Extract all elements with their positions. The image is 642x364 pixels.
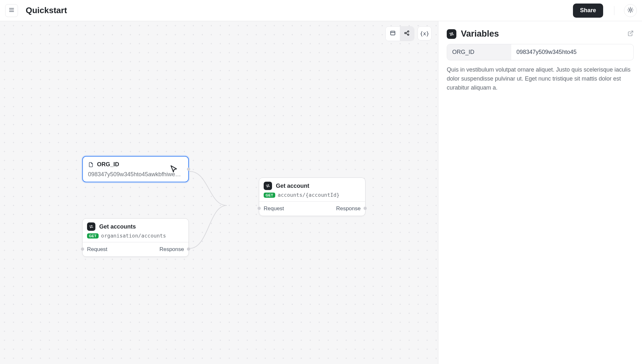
- side-panel-header: Variables: [447, 29, 634, 39]
- app-root: Quickstart Share: [0, 0, 642, 364]
- node-header: Get accounts GET organisation/accounts: [83, 219, 189, 242]
- app-body: {x} ORG_ID 098347y509w345hto45awkbfhiweh…: [0, 21, 642, 364]
- node-title-row: Get account: [264, 182, 361, 190]
- share-nodes-icon: [404, 30, 410, 38]
- svg-line-10: [629, 12, 629, 12]
- canvas-view-graph-button[interactable]: [400, 27, 414, 41]
- node-response-label[interactable]: Response: [336, 205, 361, 212]
- node-header: Get account GET accounts/{accountId}: [259, 178, 365, 201]
- node-path: accounts/{accountId}: [278, 192, 340, 198]
- node-subtitle: GET accounts/{accountId}: [264, 192, 361, 198]
- external-link-icon: [627, 30, 634, 38]
- svg-line-7: [632, 12, 632, 12]
- swap-icon: [87, 222, 95, 231]
- node-variable-name: ORG_ID: [97, 161, 119, 168]
- variable-description: Quis in vestibulum volutpat ornare aliqu…: [447, 65, 634, 92]
- svg-line-6: [629, 8, 629, 8]
- theme-toggle-button[interactable]: [624, 4, 637, 17]
- variable-key: ORG_ID: [447, 44, 511, 60]
- sun-icon: [627, 7, 634, 14]
- canvas-view-list-button[interactable]: [386, 27, 400, 41]
- swap-icon: [447, 29, 456, 39]
- node-title-row: Get accounts: [87, 222, 184, 231]
- header-divider: [614, 6, 614, 15]
- node-port-out[interactable]: [364, 207, 367, 210]
- node-variable-org-id[interactable]: ORG_ID 098347y509w345hto45awkbfhiweh…: [82, 156, 189, 182]
- variable-value: 098347y509w345hto45: [511, 44, 633, 60]
- node-response-label[interactable]: Response: [159, 246, 184, 253]
- svg-line-11: [632, 8, 632, 8]
- node-footer: Request Response: [259, 201, 365, 216]
- node-variable-header: ORG_ID: [88, 161, 183, 168]
- node-port-out[interactable]: [187, 168, 190, 171]
- file-icon: [88, 162, 94, 168]
- node-port-out[interactable]: [187, 247, 190, 251]
- variable-row[interactable]: ORG_ID 098347y509w345hto45: [447, 44, 634, 60]
- node-title: Get accounts: [99, 223, 136, 230]
- node-request-label[interactable]: Request: [264, 205, 284, 212]
- node-title: Get account: [276, 183, 309, 189]
- http-method-badge: GET: [264, 193, 275, 198]
- page-title: Quickstart: [26, 5, 67, 15]
- node-api-get-accounts[interactable]: Get accounts GET organisation/accounts R…: [82, 218, 189, 257]
- external-link-button[interactable]: [627, 30, 634, 38]
- canvas-view-toggle: [385, 26, 414, 41]
- menu-icon: [8, 7, 15, 14]
- node-port-in[interactable]: [81, 247, 84, 251]
- node-subtitle: GET organisation/accounts: [87, 233, 184, 239]
- panel-icon: [390, 30, 396, 38]
- menu-button[interactable]: [5, 4, 18, 17]
- side-panel-title: Variables: [461, 29, 623, 39]
- variable-icon: {x}: [420, 30, 429, 37]
- node-port-in[interactable]: [258, 207, 261, 210]
- node-variable-value: 098347y509w345hto45awkbfhiweh…: [88, 171, 183, 178]
- svg-rect-12: [391, 31, 395, 35]
- share-button[interactable]: Share: [573, 4, 603, 18]
- swap-icon: [264, 182, 272, 190]
- node-request-label[interactable]: Request: [87, 246, 107, 253]
- node-path: organisation/accounts: [101, 233, 166, 239]
- node-api-get-account[interactable]: Get account GET accounts/{accountId} Req…: [259, 178, 365, 216]
- svg-point-3: [629, 9, 632, 11]
- node-footer: Request Response: [83, 242, 189, 256]
- canvas-connections: [0, 21, 438, 364]
- workflow-canvas[interactable]: {x} ORG_ID 098347y509w345hto45awkbfhiweh…: [0, 21, 438, 364]
- svg-line-17: [406, 32, 408, 33]
- side-panel-variables: Variables ORG_ID 098347y509w345hto45 Qui…: [438, 21, 642, 364]
- app-header: Quickstart Share: [0, 0, 642, 21]
- svg-line-18: [406, 33, 408, 34]
- http-method-badge: GET: [87, 233, 99, 238]
- canvas-variables-button[interactable]: {x}: [418, 26, 432, 40]
- canvas-toolbar: {x}: [385, 26, 432, 41]
